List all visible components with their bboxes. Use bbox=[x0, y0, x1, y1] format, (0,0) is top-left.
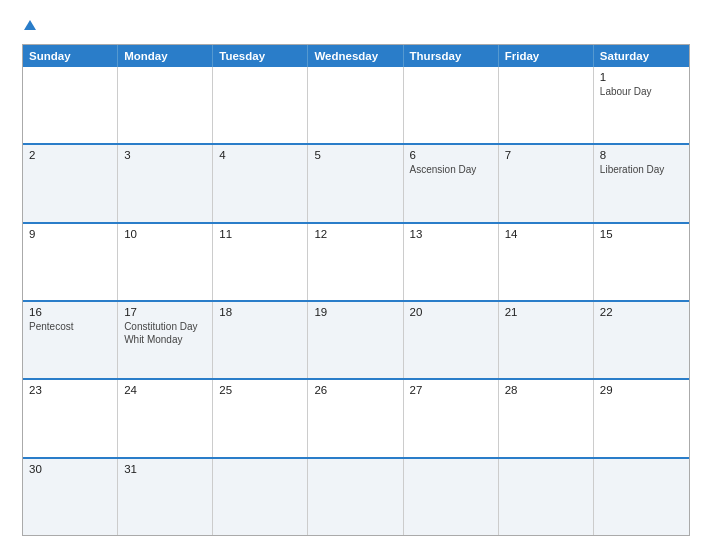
cal-cell: 12 bbox=[308, 224, 403, 300]
day-number: 3 bbox=[124, 149, 206, 161]
cal-cell: 18 bbox=[213, 302, 308, 378]
day-event: Constitution Day bbox=[124, 320, 206, 333]
day-number: 22 bbox=[600, 306, 683, 318]
day-number: 2 bbox=[29, 149, 111, 161]
cal-header-sunday: Sunday bbox=[23, 45, 118, 67]
cal-cell bbox=[118, 67, 213, 143]
day-number: 11 bbox=[219, 228, 301, 240]
day-event: Liberation Day bbox=[600, 163, 683, 176]
day-number: 27 bbox=[410, 384, 492, 396]
cal-cell: 23 bbox=[23, 380, 118, 456]
day-number: 7 bbox=[505, 149, 587, 161]
cal-cell: 15 bbox=[594, 224, 689, 300]
cal-cell: 1Labour Day bbox=[594, 67, 689, 143]
day-number: 26 bbox=[314, 384, 396, 396]
page: SundayMondayTuesdayWednesdayThursdayFrid… bbox=[0, 0, 712, 550]
cal-cell: 14 bbox=[499, 224, 594, 300]
day-number: 19 bbox=[314, 306, 396, 318]
cal-cell: 10 bbox=[118, 224, 213, 300]
cal-week-1: 1Labour Day bbox=[23, 67, 689, 145]
cal-cell bbox=[308, 67, 403, 143]
day-number: 31 bbox=[124, 463, 206, 475]
cal-cell bbox=[499, 67, 594, 143]
cal-cell bbox=[213, 459, 308, 535]
cal-cell: 26 bbox=[308, 380, 403, 456]
day-event: Whit Monday bbox=[124, 333, 206, 346]
cal-cell bbox=[404, 459, 499, 535]
cal-cell: 30 bbox=[23, 459, 118, 535]
day-number: 15 bbox=[600, 228, 683, 240]
cal-cell bbox=[404, 67, 499, 143]
cal-cell: 2 bbox=[23, 145, 118, 221]
cal-cell: 22 bbox=[594, 302, 689, 378]
day-event: Ascension Day bbox=[410, 163, 492, 176]
cal-cell: 11 bbox=[213, 224, 308, 300]
day-number: 20 bbox=[410, 306, 492, 318]
cal-header-saturday: Saturday bbox=[594, 45, 689, 67]
day-event: Pentecost bbox=[29, 320, 111, 333]
cal-cell: 28 bbox=[499, 380, 594, 456]
cal-header-thursday: Thursday bbox=[404, 45, 499, 67]
cal-cell: 25 bbox=[213, 380, 308, 456]
day-number: 18 bbox=[219, 306, 301, 318]
cal-cell: 16Pentecost bbox=[23, 302, 118, 378]
calendar-header-row: SundayMondayTuesdayWednesdayThursdayFrid… bbox=[23, 45, 689, 67]
cal-cell: 17Constitution DayWhit Monday bbox=[118, 302, 213, 378]
day-number: 4 bbox=[219, 149, 301, 161]
day-number: 5 bbox=[314, 149, 396, 161]
cal-cell: 13 bbox=[404, 224, 499, 300]
cal-cell: 19 bbox=[308, 302, 403, 378]
cal-cell: 21 bbox=[499, 302, 594, 378]
day-number: 9 bbox=[29, 228, 111, 240]
calendar-body: 1Labour Day23456Ascension Day78Liberatio… bbox=[23, 67, 689, 535]
cal-header-monday: Monday bbox=[118, 45, 213, 67]
cal-cell bbox=[213, 67, 308, 143]
header bbox=[22, 18, 690, 34]
logo-triangle-icon bbox=[24, 20, 36, 30]
cal-cell bbox=[308, 459, 403, 535]
cal-header-wednesday: Wednesday bbox=[308, 45, 403, 67]
cal-week-3: 9101112131415 bbox=[23, 224, 689, 302]
cal-week-6: 3031 bbox=[23, 459, 689, 535]
day-number: 24 bbox=[124, 384, 206, 396]
day-number: 8 bbox=[600, 149, 683, 161]
day-number: 6 bbox=[410, 149, 492, 161]
day-number: 23 bbox=[29, 384, 111, 396]
cal-cell bbox=[23, 67, 118, 143]
day-number: 28 bbox=[505, 384, 587, 396]
cal-cell bbox=[499, 459, 594, 535]
cal-cell bbox=[594, 459, 689, 535]
cal-cell: 29 bbox=[594, 380, 689, 456]
day-number: 21 bbox=[505, 306, 587, 318]
cal-cell: 20 bbox=[404, 302, 499, 378]
cal-header-tuesday: Tuesday bbox=[213, 45, 308, 67]
day-number: 12 bbox=[314, 228, 396, 240]
cal-cell: 27 bbox=[404, 380, 499, 456]
day-number: 29 bbox=[600, 384, 683, 396]
day-event: Labour Day bbox=[600, 85, 683, 98]
cal-cell: 4 bbox=[213, 145, 308, 221]
cal-cell: 5 bbox=[308, 145, 403, 221]
calendar: SundayMondayTuesdayWednesdayThursdayFrid… bbox=[22, 44, 690, 536]
cal-cell: 7 bbox=[499, 145, 594, 221]
cal-header-friday: Friday bbox=[499, 45, 594, 67]
logo-line1 bbox=[22, 18, 36, 34]
cal-cell: 31 bbox=[118, 459, 213, 535]
cal-cell: 6Ascension Day bbox=[404, 145, 499, 221]
cal-cell: 24 bbox=[118, 380, 213, 456]
day-number: 30 bbox=[29, 463, 111, 475]
cal-week-2: 23456Ascension Day78Liberation Day bbox=[23, 145, 689, 223]
day-number: 13 bbox=[410, 228, 492, 240]
day-number: 17 bbox=[124, 306, 206, 318]
day-number: 25 bbox=[219, 384, 301, 396]
day-number: 1 bbox=[600, 71, 683, 83]
cal-week-4: 16Pentecost17Constitution DayWhit Monday… bbox=[23, 302, 689, 380]
logo bbox=[22, 18, 36, 34]
cal-cell: 9 bbox=[23, 224, 118, 300]
cal-cell: 3 bbox=[118, 145, 213, 221]
day-number: 16 bbox=[29, 306, 111, 318]
day-number: 14 bbox=[505, 228, 587, 240]
cal-cell: 8Liberation Day bbox=[594, 145, 689, 221]
day-number: 10 bbox=[124, 228, 206, 240]
cal-week-5: 23242526272829 bbox=[23, 380, 689, 458]
